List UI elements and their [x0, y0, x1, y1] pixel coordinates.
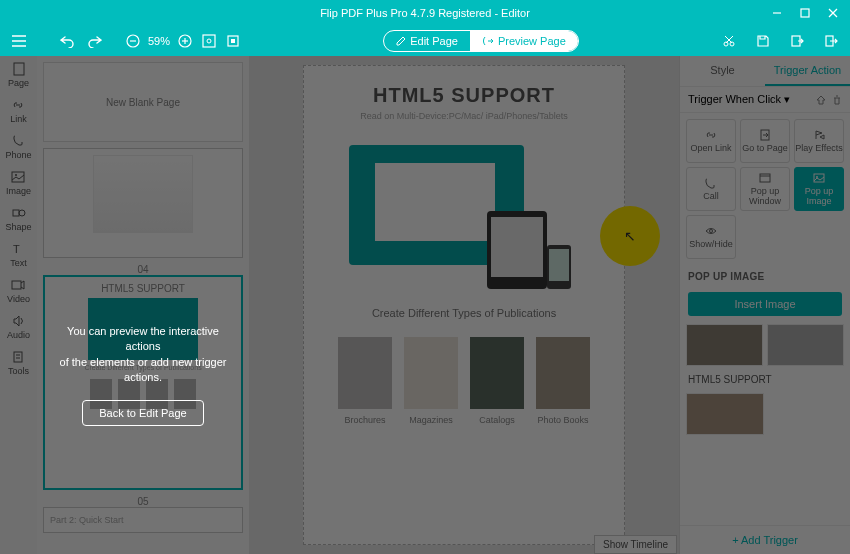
tool-audio[interactable]: Audio	[7, 314, 30, 340]
app-title: Flip PDF Plus Pro 4.7.9 Registered - Edi…	[320, 7, 530, 19]
devices-illustration	[349, 145, 579, 285]
save-exit-icon[interactable]	[788, 32, 806, 50]
insert-image-button[interactable]: Insert Image	[688, 292, 842, 316]
svg-point-24	[15, 174, 17, 176]
preview-page-button[interactable]: Preview Page	[470, 31, 578, 51]
tool-link[interactable]: Link	[10, 98, 27, 124]
exit-icon[interactable]	[822, 32, 840, 50]
svg-rect-29	[14, 352, 22, 362]
tab-trigger-action[interactable]: Trigger Action	[765, 56, 850, 86]
svg-rect-25	[13, 210, 19, 216]
maximize-icon[interactable]	[798, 6, 812, 20]
undo-icon[interactable]	[58, 32, 76, 50]
minimize-icon[interactable]	[770, 6, 784, 20]
card-photobooks: Photo Books	[536, 337, 590, 425]
cut-icon[interactable]	[720, 32, 738, 50]
zoom-out-icon[interactable]	[124, 32, 142, 50]
action-goto-page[interactable]: Go to Page	[740, 119, 790, 163]
section-popup-image: POP UP IMAGE	[680, 265, 850, 288]
move-up-icon[interactable]	[816, 95, 826, 105]
redo-icon[interactable]	[86, 32, 104, 50]
card-magazines: Magazines	[404, 337, 458, 425]
action-show-hide[interactable]: Show/Hide	[686, 215, 736, 259]
svg-rect-33	[760, 174, 770, 182]
action-popup-window[interactable]: Pop up Window	[740, 167, 790, 211]
image-thumb-row-1	[680, 320, 850, 370]
zoom-level: 59%	[148, 35, 170, 47]
trigger-when-row[interactable]: Trigger When Click ▾	[680, 87, 850, 113]
canvas-area: HTML5 SUPPORT Read on Multi-Device:PC/Ma…	[249, 56, 679, 554]
image-thumb-label: HTML5 SUPPORT	[680, 370, 850, 389]
image-thumb[interactable]	[686, 393, 764, 435]
fit-screen-icon[interactable]	[200, 32, 218, 50]
image-thumb[interactable]	[767, 324, 844, 366]
main-toolbar: 59% Edit Page Preview Page	[0, 26, 850, 56]
tool-text[interactable]: TText	[10, 242, 27, 268]
canvas-size-icon[interactable]	[224, 32, 242, 50]
action-call[interactable]: Call	[686, 167, 736, 211]
back-to-edit-button[interactable]: Back to Edit Page	[82, 400, 203, 426]
svg-point-37	[710, 230, 713, 233]
tool-image[interactable]: Image	[6, 170, 31, 196]
edit-page-button[interactable]: Edit Page	[384, 31, 470, 51]
action-open-link[interactable]: Open Link	[686, 119, 736, 163]
publication-cards: Brochures Magazines Catalogs Photo Books	[338, 337, 590, 425]
image-thumb[interactable]	[686, 324, 763, 366]
highlight-circle: ↖	[600, 206, 660, 266]
save-icon[interactable]	[754, 32, 772, 50]
svg-rect-1	[801, 9, 809, 17]
card-catalogs: Catalogs	[470, 337, 524, 425]
show-timeline-button[interactable]: Show Timeline	[594, 535, 677, 554]
page-subtitle2: Create Different Types of Publications	[372, 307, 556, 319]
page-preview: HTML5 SUPPORT Read on Multi-Device:PC/Ma…	[303, 65, 625, 545]
svg-rect-22	[14, 63, 24, 75]
coachmark-tooltip: You can preview the interactive actions …	[37, 312, 249, 438]
new-blank-page-button[interactable]: New Blank Page	[43, 62, 243, 142]
svg-point-13	[207, 39, 211, 43]
inspector-tabs: Style Trigger Action	[680, 56, 850, 87]
tool-video[interactable]: Video	[7, 278, 30, 304]
tool-phone[interactable]: Phone	[5, 134, 31, 160]
svg-rect-15	[231, 39, 235, 43]
page-number-05: 05	[43, 496, 243, 507]
window-buttons	[770, 6, 850, 20]
tool-tools[interactable]: Tools	[8, 350, 29, 376]
inspector-panel: Style Trigger Action Trigger When Click …	[679, 56, 850, 554]
action-grid: Open Link Go to Page Play Effects Call P…	[680, 113, 850, 265]
svg-rect-28	[12, 281, 21, 289]
add-trigger-button[interactable]: + Add Trigger	[680, 525, 850, 554]
thumbnail-06[interactable]: Part 2: Quick Start	[43, 507, 243, 533]
page-subtitle: Read on Multi-Device:PC/Mac/ iPad/Phones…	[360, 111, 568, 121]
card-brochures: Brochures	[338, 337, 392, 425]
svg-point-26	[19, 210, 25, 216]
tool-sidebar: Page Link Phone Image Shape TText Video …	[0, 56, 37, 554]
svg-text:T: T	[13, 243, 20, 255]
workspace: Page Link Phone Image Shape TText Video …	[0, 56, 850, 554]
page-number-04: 04	[43, 264, 243, 275]
zoom-in-icon[interactable]	[176, 32, 194, 50]
action-play-effects[interactable]: Play Effects	[794, 119, 844, 163]
tab-style[interactable]: Style	[680, 56, 765, 86]
tool-page[interactable]: Page	[8, 62, 29, 88]
page-heading: HTML5 SUPPORT	[373, 84, 555, 107]
tool-shape[interactable]: Shape	[5, 206, 31, 232]
action-popup-image[interactable]: Pop up Image	[794, 167, 844, 211]
close-icon[interactable]	[826, 6, 840, 20]
title-bar: Flip PDF Plus Pro 4.7.9 Registered - Edi…	[0, 0, 850, 26]
svg-rect-12	[203, 35, 215, 47]
thumbnail-04[interactable]	[43, 148, 243, 258]
cursor-icon: ↖	[624, 228, 636, 244]
menu-icon[interactable]	[10, 32, 28, 50]
page-thumbnails: New Blank Page 04 HTML5 SUPPORT Create D…	[37, 56, 249, 554]
chevron-down-icon: ▾	[784, 93, 790, 105]
mode-toggle: Edit Page Preview Page	[383, 30, 579, 52]
delete-trigger-icon[interactable]	[832, 95, 842, 105]
image-thumb-row-2	[680, 389, 850, 439]
